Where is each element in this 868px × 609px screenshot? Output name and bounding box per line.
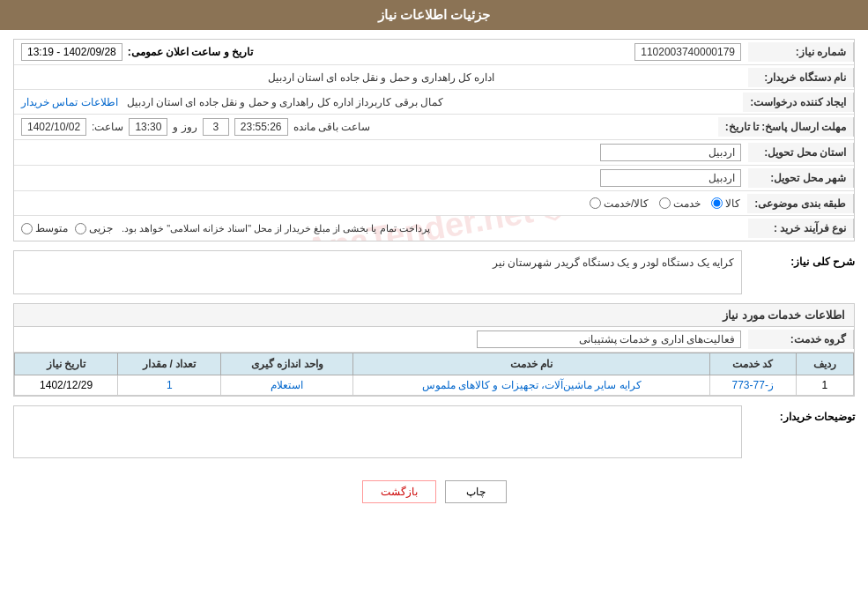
- category-values: کالا/خدمت خدمت کالا: [14, 194, 747, 213]
- category-option-goods-label: کالا: [725, 197, 740, 210]
- deadline-values: 1402/10/02 ساعت: 13:30 روز و 3 23:55:26 …: [14, 115, 718, 139]
- requester-row: ایجاد کننده درخواست: اطلاعات تماس خریدار…: [14, 90, 854, 115]
- service-group-box: فعالیت‌های اداری و خدمات پشتیبانی: [477, 330, 741, 348]
- table-body: 1 ز-77-773 کرایه سایر ماشین‌آلات، تجهیزا…: [15, 375, 854, 396]
- need-number-box: 1102003740000179: [634, 43, 741, 61]
- city-label: شهر محل تحویل:: [748, 168, 854, 188]
- content-area: شماره نیاز: 1102003740000179 1402/09/28 …: [0, 30, 868, 523]
- buyer-org-label: نام دستگاه خریدار:: [748, 68, 854, 87]
- deadline-date: 1402/10/02: [21, 118, 86, 136]
- deadline-label: مهلت ارسال پاسخ: تا تاریخ:: [718, 117, 854, 137]
- category-option-service-label: خدمت: [673, 197, 701, 210]
- summary-section: شرح کلی نیاز: 🛡 کرایه یک دستگاه لودر و ی…: [13, 250, 855, 294]
- deadline-row: مهلت ارسال پاسخ: تا تاریخ: 1402/10/02 سا…: [14, 115, 854, 140]
- process-option-partial: جزیی: [75, 222, 113, 234]
- page-header: جزئیات اطلاعات نیاز: [0, 0, 868, 30]
- service-table: ردیف کد خدمت نام خدمت واحد اندازه گیری ت…: [14, 353, 854, 396]
- services-section-header: اطلاعات خدمات مورد نیاز: [13, 303, 855, 326]
- process-text: پرداخت تمام یا بخشی از مبلغ خریدار از مح…: [122, 223, 430, 234]
- services-section: گروه خدمت: فعالیت‌های اداری و خدمات پشتی…: [13, 326, 855, 397]
- process-option-medium-label: متوسط: [35, 222, 68, 234]
- province-value: اردبیل: [14, 140, 748, 165]
- buyer-desc-label: توضیحات خریدار:: [749, 405, 855, 428]
- category-row: طبقه بندی موضوعی: کالا/خدمت خدمت کالا: [14, 191, 854, 216]
- category-option-goods: کالا: [711, 197, 740, 210]
- button-row: چاپ بازگشت: [13, 470, 855, 514]
- process-option-partial-label: جزیی: [89, 222, 113, 234]
- buyer-desc-box-wrap: [13, 405, 742, 461]
- buyer-desc-textarea[interactable]: [13, 405, 742, 458]
- buyer-org-value: اداره کل راهداری و حمل و نقل جاده ای است…: [14, 68, 748, 87]
- deadline-remaining: 23:55:26: [234, 118, 288, 136]
- buyer-desc-section: توضیحات خریدار:: [13, 405, 855, 461]
- process-row: ⬡ AnaTender.net نوع فرآیند خرید : متوسط …: [14, 216, 854, 241]
- page-title: جزئیات اطلاعات نیاز: [378, 7, 490, 22]
- service-group-value: فعالیت‌های اداری و خدمات پشتیبانی: [14, 327, 748, 352]
- city-box: اردبیل: [600, 169, 741, 187]
- announce-label: تاریخ و ساعت اعلان عمومی:: [128, 46, 253, 58]
- process-area: متوسط جزیی پرداخت تمام یا بخشی از مبلغ خ…: [21, 222, 741, 234]
- category-label: طبقه بندی موضوعی:: [747, 194, 854, 213]
- deadline-remaining-label: ساعت باقی مانده: [293, 121, 371, 133]
- table-row: 1 ز-77-773 کرایه سایر ماشین‌آلات، تجهیزا…: [15, 375, 854, 396]
- table-header: ردیف کد خدمت نام خدمت واحد اندازه گیری ت…: [15, 353, 854, 375]
- process-radio-partial[interactable]: [75, 223, 86, 234]
- category-option-service: خدمت: [659, 197, 701, 210]
- page-wrapper: جزئیات اطلاعات نیاز شماره نیاز: 11020037…: [0, 0, 868, 609]
- service-group-label: گروه خدمت:: [748, 330, 854, 349]
- announce-area: 1402/09/28 - 13:19 تاریخ و ساعت اعلان عم…: [14, 40, 519, 64]
- province-label: استان محل تحویل:: [748, 143, 854, 162]
- category-option-goods-services-label: کالا/خدمت: [604, 197, 649, 210]
- contact-link[interactable]: اطلاعات تماس خریدار: [21, 96, 118, 108]
- back-button[interactable]: بازگشت: [362, 480, 436, 503]
- summary-box-wrap: 🛡 کرایه یک دستگاه لودر و یک دستگاه گریدر…: [13, 250, 742, 294]
- process-option-medium: متوسط: [21, 222, 68, 234]
- col-name: نام خدمت: [353, 353, 709, 375]
- table-header-row: ردیف کد خدمت نام خدمت واحد اندازه گیری ت…: [15, 353, 854, 375]
- requester-label: ایجاد کننده درخواست:: [743, 93, 854, 112]
- buyer-org-row: نام دستگاه خریدار: اداره کل راهداری و حم…: [14, 65, 854, 90]
- process-radio-medium[interactable]: [21, 223, 33, 234]
- need-number-value: 1102003740000179: [519, 40, 748, 64]
- announce-value: 1402/09/28 - 13:19: [21, 43, 122, 61]
- col-count: تعداد / مقدار: [118, 353, 221, 375]
- service-group-row: گروه خدمت: فعالیت‌های اداری و خدمات پشتی…: [14, 327, 854, 353]
- cell-code: ز-77-773: [709, 375, 796, 396]
- col-date: تاریخ نیاز: [15, 353, 118, 375]
- province-box: اردبیل: [600, 144, 741, 161]
- summary-value: کرایه یک دستگاه لودر و یک دستگاه گریدر ش…: [13, 250, 742, 294]
- category-option-goods-services: کالا/خدمت: [590, 197, 649, 210]
- deadline-days: 3: [203, 118, 229, 136]
- print-button[interactable]: چاپ: [445, 480, 507, 503]
- province-row: استان محل تحویل: اردبیل: [14, 140, 854, 166]
- city-value: اردبیل: [14, 166, 748, 190]
- cell-count: 1: [118, 375, 221, 396]
- category-radio-group: کالا/خدمت خدمت کالا: [21, 197, 740, 210]
- cell-unit: استعلام: [221, 375, 353, 396]
- need-number-row: شماره نیاز: 1102003740000179 1402/09/28 …: [14, 40, 854, 65]
- process-values: متوسط جزیی پرداخت تمام یا بخشی از مبلغ خ…: [14, 219, 748, 238]
- cell-name: کرایه سایر ماشین‌آلات، تجهیزات و کالاهای…: [353, 375, 709, 396]
- need-number-label: شماره نیاز:: [748, 42, 854, 62]
- cell-date: 1402/12/29: [15, 375, 118, 396]
- category-radio-goods-services[interactable]: [590, 197, 601, 209]
- deadline-time: 13:30: [129, 118, 167, 136]
- cell-row: 1: [796, 375, 853, 396]
- city-row: شهر محل تحویل: اردبیل: [14, 166, 854, 191]
- col-row: ردیف: [796, 353, 853, 375]
- deadline-time-label: ساعت:: [92, 121, 123, 133]
- col-code: کد خدمت: [709, 353, 796, 375]
- category-radio-goods[interactable]: [711, 197, 723, 209]
- category-radio-service[interactable]: [659, 197, 671, 209]
- main-info-section: شماره نیاز: 1102003740000179 1402/09/28 …: [13, 39, 855, 241]
- summary-label: شرح کلی نیاز:: [749, 250, 855, 273]
- process-label: نوع فرآیند خرید :: [748, 219, 854, 238]
- requester-area: اطلاعات تماس خریدار کمال برقی کاربرداز ا…: [14, 93, 743, 112]
- requester-value: کمال برقی کاربرداز اداره کل راهداری و حم…: [127, 96, 443, 108]
- process-radio-group: متوسط جزیی: [21, 222, 113, 234]
- col-unit: واحد اندازه گیری: [221, 353, 353, 375]
- deadline-days-label: روز و: [173, 121, 197, 133]
